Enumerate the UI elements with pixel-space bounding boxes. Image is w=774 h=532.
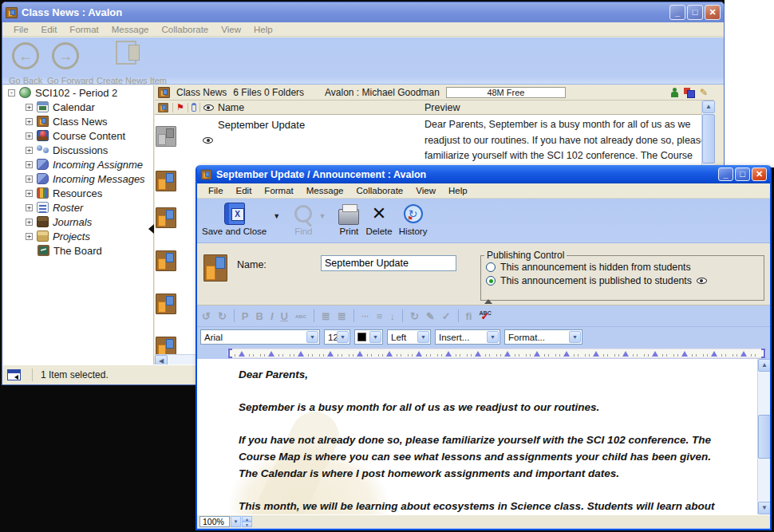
plain-text-icon[interactable]: P (242, 310, 249, 322)
expand-icon[interactable]: + (26, 175, 33, 183)
back-window-titlebar[interactable]: Class News : Avalon _ □ ✕ (2, 2, 724, 22)
expand-icon[interactable]: + (26, 132, 33, 140)
radio-published-to-students[interactable]: This announcement is published to studen… (486, 275, 764, 286)
name-input[interactable] (321, 255, 456, 271)
editor-vertical-scrollbar[interactable]: ▲ ▼ (757, 359, 770, 514)
font-color-select[interactable]: ▼ (354, 329, 383, 345)
menu-edit[interactable]: Edit (230, 184, 259, 197)
delete-button[interactable]: ✕ Delete (365, 201, 392, 236)
save-options-chevron-icon[interactable]: ▼ (273, 212, 280, 220)
expand-icon[interactable]: + (26, 161, 33, 168)
bulleted-list-icon[interactable]: ≣ (338, 310, 346, 322)
chevron-down-icon[interactable]: ▼ (231, 516, 241, 527)
rotate-icon[interactable]: ↻ (410, 310, 419, 322)
scroll-up-icon[interactable]: ▲ (758, 359, 770, 372)
announcement-icon[interactable] (156, 250, 176, 271)
attachment-column-icon[interactable] (192, 103, 196, 112)
window-layers-icon[interactable] (684, 88, 694, 97)
tree-item-the-board[interactable]: The Board (3, 243, 153, 258)
signature-icon[interactable]: ﬁ (466, 310, 472, 322)
radio-icon[interactable] (486, 262, 496, 272)
announcement-icon[interactable] (156, 294, 176, 314)
tree-root-sci102[interactable]: - SCI102 - Period 2 (3, 85, 153, 100)
pen-icon[interactable]: ✎ (426, 310, 435, 322)
panel-collapse-icon[interactable] (484, 299, 492, 304)
chevron-down-icon[interactable]: ▼ (306, 331, 318, 343)
create-news-item-icon[interactable] (116, 41, 136, 65)
expand-icon[interactable]: + (26, 147, 33, 154)
collapse-icon[interactable]: - (8, 89, 15, 97)
radio-hidden-from-students[interactable]: This announcement is hidden from student… (486, 262, 764, 273)
find-button[interactable]: Find (294, 201, 312, 236)
tree-item-projects[interactable]: + Projects (3, 229, 153, 243)
underline-icon[interactable]: U (281, 310, 288, 322)
menu-format[interactable]: Format (63, 23, 105, 36)
maximize-button[interactable]: □ (735, 167, 750, 181)
small-caps-icon[interactable]: ᴀʙᴄ (295, 313, 306, 320)
create-news-item-button[interactable]: Create News Item (97, 76, 167, 85)
presence-icon[interactable] (671, 88, 678, 97)
announcement-icon[interactable] (156, 171, 176, 191)
menu-help[interactable]: Help (247, 23, 279, 36)
scrollbar-thumb[interactable] (702, 114, 715, 164)
tree-item-class-news[interactable]: + Class News (3, 114, 153, 128)
tree-item-incoming-assignments[interactable]: + Incoming Assignme (3, 157, 153, 171)
menu-collaborate[interactable]: Collaborate (155, 23, 215, 36)
font-family-select[interactable]: Arial▼ (200, 329, 320, 345)
tree-item-incoming-messages[interactable]: + Incoming Messages (3, 171, 153, 186)
chevron-down-icon[interactable]: ▼ (337, 331, 349, 343)
expand-icon[interactable]: + (26, 219, 33, 226)
menu-view[interactable]: View (215, 23, 247, 36)
panel-toggle-icon[interactable] (7, 369, 21, 380)
chevron-down-icon[interactable]: ▼ (487, 331, 499, 343)
expand-icon[interactable]: + (26, 204, 33, 211)
edit-pencil-icon[interactable]: ✎ (700, 87, 708, 98)
format-select[interactable]: Format...▼ (504, 329, 582, 345)
expand-icon[interactable]: + (26, 118, 33, 125)
tree-item-resources[interactable]: + Resources (3, 186, 153, 200)
tree-item-course-content[interactable]: + Course Content (3, 128, 153, 143)
close-button[interactable]: ✕ (752, 167, 767, 181)
name-column-header[interactable]: Name (218, 102, 244, 113)
save-and-close-button[interactable]: Save and Close (202, 201, 267, 236)
expand-icon[interactable]: + (26, 233, 33, 240)
ruler[interactable] (197, 347, 770, 359)
tree-item-discussions[interactable]: + Discussions (3, 143, 153, 157)
alignment-select[interactable]: Left▼ (387, 329, 431, 345)
scroll-up-icon[interactable]: ▲ (702, 100, 715, 113)
visibility-column-icon[interactable] (203, 104, 214, 111)
print-button[interactable]: Print (338, 201, 359, 236)
menu-file[interactable]: File (7, 23, 35, 36)
menu-format[interactable]: Format (258, 184, 299, 197)
insert-select[interactable]: Insert...▼ (435, 329, 500, 345)
go-back-icon[interactable]: ← (12, 42, 39, 69)
menu-view[interactable]: View (409, 184, 442, 197)
menu-message[interactable]: Message (105, 23, 156, 36)
maximize-button[interactable]: □ (687, 5, 703, 20)
scrollbar-thumb[interactable] (758, 415, 770, 459)
flag-column-icon[interactable]: ⚑ (176, 102, 184, 112)
menu-collaborate[interactable]: Collaborate (349, 184, 409, 197)
minimize-button[interactable]: _ (669, 5, 685, 20)
announcement-icon[interactable] (156, 207, 176, 228)
undo-icon[interactable]: ↺ (202, 310, 211, 322)
radio-selected-icon[interactable] (486, 276, 496, 286)
bold-icon[interactable]: B (255, 310, 263, 322)
history-button[interactable]: ↻ History (399, 201, 428, 236)
chevron-down-icon[interactable]: ▼ (369, 331, 381, 343)
menu-file[interactable]: File (202, 184, 230, 197)
menu-edit[interactable]: Edit (35, 23, 64, 36)
scroll-down-icon[interactable]: ▼ (758, 502, 770, 514)
tree-item-roster[interactable]: + Roster (3, 200, 153, 215)
item-type-column-icon[interactable] (158, 103, 168, 112)
indent-icon[interactable]: ⋯ (361, 312, 369, 321)
chevron-down-icon[interactable]: ▼ (417, 331, 429, 343)
minimize-button[interactable]: _ (718, 167, 733, 181)
numbered-list-icon[interactable]: ≣ (322, 310, 330, 322)
redo-icon[interactable]: ↻ (218, 310, 227, 322)
approve-icon[interactable]: ✓ (442, 310, 451, 322)
close-button[interactable]: ✕ (705, 5, 721, 20)
menu-message[interactable]: Message (300, 184, 350, 197)
tree-item-calendar[interactable]: + Calendar (3, 100, 153, 114)
go-forward-button[interactable]: Go Forward (47, 76, 93, 85)
